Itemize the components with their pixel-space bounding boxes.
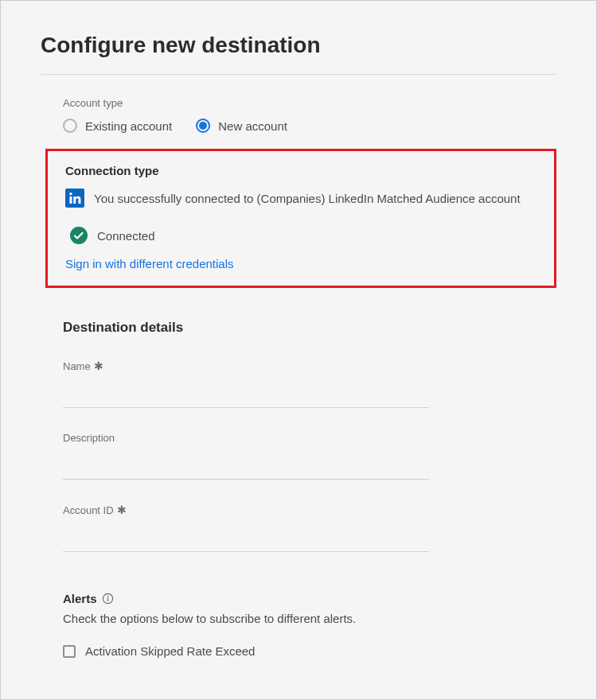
name-input[interactable]	[63, 382, 429, 408]
description-label: Description	[63, 432, 429, 444]
name-label: Name ✱	[63, 360, 429, 372]
linkedin-icon	[65, 189, 84, 208]
name-field-group: Name ✱	[63, 360, 429, 408]
page-title: Configure new destination	[41, 33, 556, 58]
account-id-field-group: Account ID ✱	[63, 504, 429, 552]
required-indicator-icon: ✱	[117, 504, 127, 516]
account-id-label-text: Account ID	[63, 504, 114, 516]
account-type-label: Account type	[63, 97, 556, 109]
sign-in-different-link[interactable]: Sign in with different credentials	[65, 257, 234, 270]
divider	[41, 74, 556, 75]
info-icon[interactable]	[102, 593, 114, 605]
name-label-text: Name	[63, 360, 91, 372]
radio-label: Existing account	[85, 119, 172, 133]
connection-message: You successfully connected to (Companies…	[94, 192, 521, 205]
connection-type-heading: Connection type	[65, 164, 537, 177]
alerts-header: Alerts	[63, 592, 556, 605]
description-field-group: Description	[63, 432, 429, 480]
new-account-radio[interactable]: New account	[196, 119, 287, 133]
checkmark-icon	[70, 227, 88, 244]
alerts-description: Check the options below to subscribe to …	[63, 612, 556, 625]
connection-info-box: Connection type You successfully connect…	[45, 149, 556, 288]
existing-account-radio[interactable]: Existing account	[63, 119, 172, 133]
account-id-label: Account ID ✱	[63, 504, 429, 516]
account-id-input[interactable]	[63, 526, 429, 552]
svg-point-3	[107, 596, 108, 597]
activation-skipped-checkbox[interactable]: Activation Skipped Rate Exceed	[63, 644, 556, 658]
required-indicator-icon: ✱	[94, 360, 103, 372]
account-type-radio-group: Existing account New account	[63, 119, 556, 133]
connected-status-row: Connected	[70, 227, 537, 244]
connected-status-text: Connected	[97, 229, 155, 243]
radio-label: New account	[218, 119, 287, 133]
radio-icon-selected	[196, 119, 210, 133]
checkbox-label: Activation Skipped Rate Exceed	[85, 644, 255, 658]
alerts-title: Alerts	[63, 592, 97, 605]
connection-row: You successfully connected to (Companies…	[65, 189, 537, 208]
radio-icon	[63, 119, 77, 133]
description-label-text: Description	[63, 432, 115, 444]
checkbox-icon	[63, 645, 76, 658]
svg-rect-4	[107, 598, 107, 601]
destination-details-heading: Destination details	[63, 320, 556, 336]
description-input[interactable]	[63, 453, 429, 480]
